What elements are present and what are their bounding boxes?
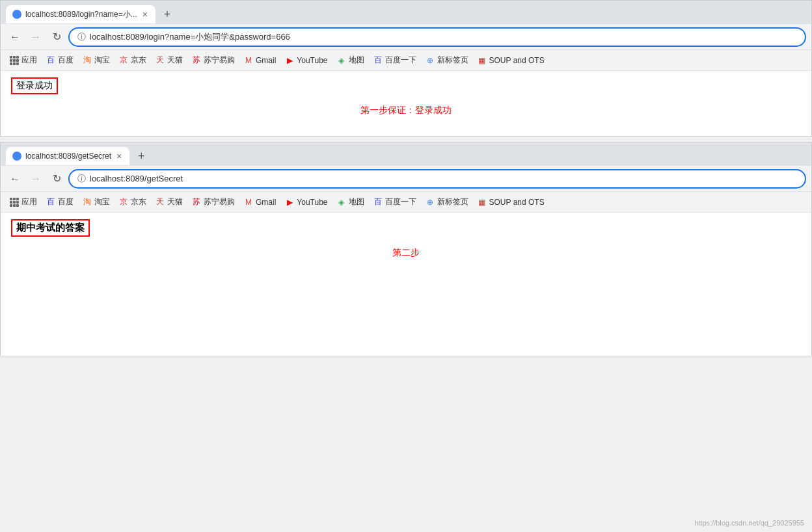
reload-btn-1[interactable]: ↻ — [47, 28, 66, 46]
new-tab-btn-1[interactable]: + — [158, 5, 176, 23]
bookmark-youtube-2[interactable]: ▶ YouTube — [281, 196, 331, 209]
page-content-1: 登录成功 第一步保证：登录成功 — [1, 71, 811, 136]
browser-window-2: localhost:8089/getSecret × + ← → ↻ ⓘ loc… — [0, 142, 812, 356]
bookmarks-bar-2: 应用 百 百度 淘 淘宝 京 京东 天 天猫 苏 苏宁易购 — [1, 192, 811, 213]
newtab-icon-1: ⊕ — [426, 56, 435, 65]
bookmark-label-suning-1: 苏宁易购 — [204, 55, 235, 66]
bookmark-taobao-1[interactable]: 淘 淘宝 — [79, 53, 114, 68]
youtube-icon-1: ▶ — [285, 56, 294, 65]
bookmark-label-newtab-2: 新标签页 — [437, 196, 468, 207]
browser-window-1: localhost:8089/login?name=小... × + ← → ↻… — [0, 0, 812, 137]
bookmark-suning-1[interactable]: 苏 苏宁易购 — [188, 53, 239, 68]
nav-bar-1: ← → ↻ ⓘ localhost:8089/login?name=小炮同学&p… — [1, 24, 811, 50]
bookmark-apps-1[interactable]: 应用 — [6, 53, 41, 68]
suning-icon-1: 苏 — [192, 56, 201, 65]
baidu-icon-2: 百 — [46, 198, 55, 207]
soup-icon-1: ▦ — [478, 56, 487, 65]
tab-bar-2: localhost:8089/getSecret × + — [1, 142, 811, 166]
bookmark-baiduyi-2[interactable]: 百 百度一下 — [370, 194, 420, 209]
baiduyi-icon-1: 百 — [373, 56, 383, 65]
youtube-icon-2: ▶ — [285, 198, 294, 207]
bookmark-youtube-1[interactable]: ▶ YouTube — [281, 54, 331, 67]
bookmark-gmail-1[interactable]: M Gmail — [240, 54, 280, 67]
bookmark-tianmao-2[interactable]: 天 天猫 — [152, 194, 187, 209]
baidu-icon-1: 百 — [46, 56, 55, 65]
tianmao-icon-1: 天 — [156, 56, 165, 65]
bookmark-label-taobao-1: 淘宝 — [94, 55, 110, 66]
back-btn-1[interactable]: ← — [6, 28, 24, 46]
bookmark-map-1[interactable]: ◈ 地图 — [333, 53, 368, 68]
bookmark-label-youtube-2: YouTube — [297, 198, 327, 207]
bookmark-label-apps-1: 应用 — [21, 55, 37, 66]
bookmark-jd-1[interactable]: 京 京东 — [115, 53, 150, 68]
tab-title-2: localhost:8089/getSecret — [25, 152, 111, 161]
secure-icon-2: ⓘ — [77, 173, 86, 185]
bookmark-newtab-1[interactable]: ⊕ 新标签页 — [422, 53, 472, 68]
suning-icon-2: 苏 — [192, 198, 201, 207]
bookmark-tianmao-1[interactable]: 天 天猫 — [152, 53, 187, 68]
new-tab-btn-2[interactable]: + — [132, 147, 150, 165]
tab-close-2[interactable]: × — [115, 151, 123, 161]
back-btn-2[interactable]: ← — [6, 170, 24, 188]
bookmark-label-gmail-1: Gmail — [256, 56, 276, 65]
bookmark-label-tianmao-2: 天猫 — [167, 196, 183, 207]
url-text-1: localhost:8089/login?name=小炮同学&password=… — [90, 31, 797, 43]
step1-text: 第一步保证：登录成功 — [11, 105, 801, 116]
bookmark-label-suning-2: 苏宁易购 — [204, 196, 235, 207]
bookmark-jd-2[interactable]: 京 京东 — [115, 194, 150, 209]
secret-box: 期中考试的答案 — [11, 219, 90, 237]
bookmark-baidu-2[interactable]: 百 百度 — [42, 194, 77, 209]
bookmark-label-baidu-2: 百度 — [58, 196, 74, 207]
gmail-icon-1: M — [244, 56, 253, 65]
bookmark-label-apps-2: 应用 — [21, 196, 37, 207]
bookmark-label-youtube-1: YouTube — [297, 56, 327, 65]
tab-favicon-1 — [12, 10, 21, 19]
bookmark-taobao-2[interactable]: 淘 淘宝 — [79, 194, 114, 209]
jd-icon-2: 京 — [119, 198, 128, 207]
tianmao-icon-2: 天 — [156, 198, 165, 207]
active-tab-1[interactable]: localhost:8089/login?name=小... × — [6, 5, 156, 23]
bookmark-label-gmail-2: Gmail — [256, 198, 276, 207]
tab-title-1: localhost:8089/login?name=小... — [25, 9, 137, 20]
tab-bar-1: localhost:8089/login?name=小... × + — [1, 1, 811, 24]
bookmark-baidu-1[interactable]: 百 百度 — [42, 53, 77, 68]
bookmark-gmail-2[interactable]: M Gmail — [240, 196, 280, 209]
bookmark-baiduyi-1[interactable]: 百 百度一下 — [370, 53, 420, 68]
bookmark-label-soup-2: SOUP and OTS — [489, 198, 545, 207]
gmail-icon-2: M — [244, 198, 253, 207]
bookmark-label-taobao-2: 淘宝 — [94, 196, 110, 207]
forward-btn-2[interactable]: → — [27, 170, 45, 188]
login-status-box: 登录成功 — [11, 77, 58, 94]
bookmark-map-2[interactable]: ◈ 地图 — [333, 194, 368, 209]
page-content-2: 期中考试的答案 第二步 — [1, 213, 811, 356]
bookmark-label-jd-1: 京东 — [131, 55, 146, 66]
step2-text: 第二步 — [11, 247, 801, 259]
bookmark-label-baiduyi-1: 百度一下 — [385, 55, 416, 66]
tab-close-1[interactable]: × — [141, 9, 149, 20]
bookmark-label-baidu-1: 百度 — [58, 55, 74, 66]
taobao-icon-1: 淘 — [83, 56, 92, 65]
apps-icon-1 — [10, 56, 19, 65]
tab-favicon-2 — [12, 152, 21, 161]
bookmarks-bar-1: 应用 百 百度 淘 淘宝 京 京东 天 天猫 苏 苏宁易购 — [1, 50, 811, 71]
address-bar-2[interactable]: ⓘ localhost:8089/getSecret — [68, 169, 806, 189]
bookmark-apps-2[interactable]: 应用 — [6, 194, 41, 209]
bookmark-suning-2[interactable]: 苏 苏宁易购 — [188, 194, 239, 209]
bookmark-label-newtab-1: 新标签页 — [437, 55, 468, 66]
bookmark-label-map-2: 地图 — [349, 196, 364, 207]
nav-bar-2: ← → ↻ ⓘ localhost:8089/getSecret — [1, 166, 811, 192]
bookmark-newtab-2[interactable]: ⊕ 新标签页 — [422, 194, 472, 209]
bookmark-label-jd-2: 京东 — [131, 196, 146, 207]
forward-btn-1[interactable]: → — [27, 28, 45, 46]
reload-btn-2[interactable]: ↻ — [47, 170, 66, 188]
address-bar-1[interactable]: ⓘ localhost:8089/login?name=小炮同学&passwor… — [68, 27, 806, 47]
bookmark-soup-2[interactable]: ▦ SOUP and OTS — [474, 196, 548, 209]
active-tab-2[interactable]: localhost:8089/getSecret × — [6, 147, 129, 165]
taobao-icon-2: 淘 — [83, 198, 92, 207]
bookmark-soup-1[interactable]: ▦ SOUP and OTS — [474, 54, 548, 67]
secret-text: 期中考试的答案 — [16, 222, 85, 233]
bookmark-label-baiduyi-2: 百度一下 — [385, 196, 416, 207]
map-icon-1: ◈ — [337, 56, 346, 65]
newtab-icon-2: ⊕ — [426, 198, 435, 207]
secure-icon-1: ⓘ — [77, 31, 86, 43]
